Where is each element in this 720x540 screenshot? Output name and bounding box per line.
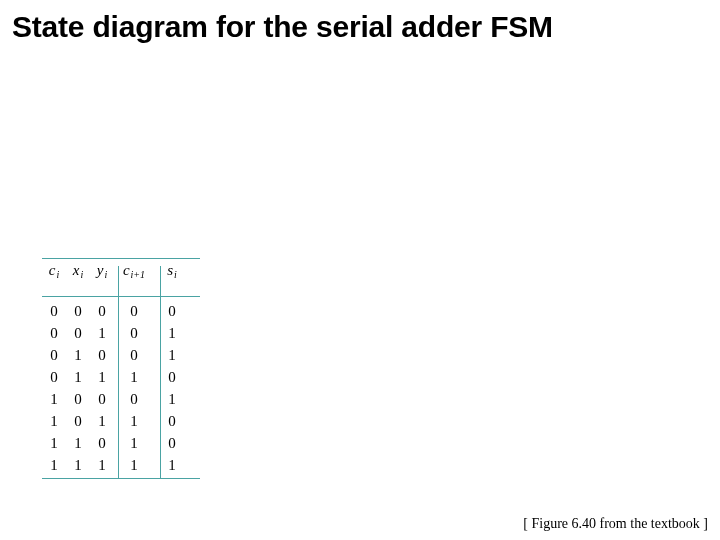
table-row: 1 0 0 0 1: [42, 391, 190, 413]
truth-table: ci xi yi ci+1 si 0 0 0 0 0 0 0 1 0 1 0 1…: [42, 262, 190, 479]
col-header-yi: yi: [90, 262, 114, 279]
cell: 0: [154, 435, 190, 452]
cell: 1: [114, 413, 154, 430]
col-header-si: si: [154, 262, 190, 279]
slide: State diagram for the serial adder FSM c…: [0, 0, 720, 540]
table-row: 1 1 0 1 0: [42, 435, 190, 457]
cell: 1: [154, 325, 190, 342]
cell: 0: [66, 413, 90, 430]
figure-caption: [ Figure 6.40 from the textbook ]: [523, 516, 708, 532]
table-row: 0 0 1 0 1: [42, 325, 190, 347]
cell: 1: [154, 347, 190, 364]
cell: 0: [66, 325, 90, 342]
cell: 1: [154, 457, 190, 474]
cell: 1: [66, 457, 90, 474]
cell: 1: [66, 347, 90, 364]
cell: 0: [66, 391, 90, 408]
cell: 1: [42, 435, 66, 452]
cell: 1: [66, 435, 90, 452]
col-header-xi: xi: [66, 262, 90, 279]
cell: 1: [90, 413, 114, 430]
cell: 0: [42, 303, 66, 320]
cell: 0: [66, 303, 90, 320]
cell: 0: [114, 303, 154, 320]
table-header: ci xi yi ci+1 si: [42, 262, 190, 279]
cell: 0: [42, 325, 66, 342]
cell: 1: [90, 457, 114, 474]
cell: 0: [90, 435, 114, 452]
cell: 0: [114, 325, 154, 342]
cell: 1: [154, 391, 190, 408]
page-title: State diagram for the serial adder FSM: [12, 10, 553, 44]
cell: 0: [90, 391, 114, 408]
cell: 1: [42, 413, 66, 430]
cell: 1: [114, 369, 154, 386]
table-row: 0 1 0 0 1: [42, 347, 190, 369]
cell: 0: [114, 391, 154, 408]
cell: 0: [114, 347, 154, 364]
cell: 0: [154, 413, 190, 430]
cell: 1: [90, 369, 114, 386]
cell: 1: [42, 457, 66, 474]
table-row: 1 0 1 1 0: [42, 413, 190, 435]
cell: 0: [154, 369, 190, 386]
cell: 0: [42, 347, 66, 364]
col-header-ci: ci: [42, 262, 66, 279]
cell: 1: [66, 369, 90, 386]
cell: 1: [114, 435, 154, 452]
cell: 0: [154, 303, 190, 320]
cell: 1: [90, 325, 114, 342]
table-row: 0 1 1 1 0: [42, 369, 190, 391]
cell: 1: [114, 457, 154, 474]
cell: 0: [42, 369, 66, 386]
cell: 1: [42, 391, 66, 408]
table-rule-top: [42, 258, 200, 259]
table-row: 0 0 0 0 0: [42, 303, 190, 325]
cell: 0: [90, 303, 114, 320]
cell: 0: [90, 347, 114, 364]
table-row: 1 1 1 1 1: [42, 457, 190, 479]
col-header-ci1: ci+1: [114, 262, 154, 279]
